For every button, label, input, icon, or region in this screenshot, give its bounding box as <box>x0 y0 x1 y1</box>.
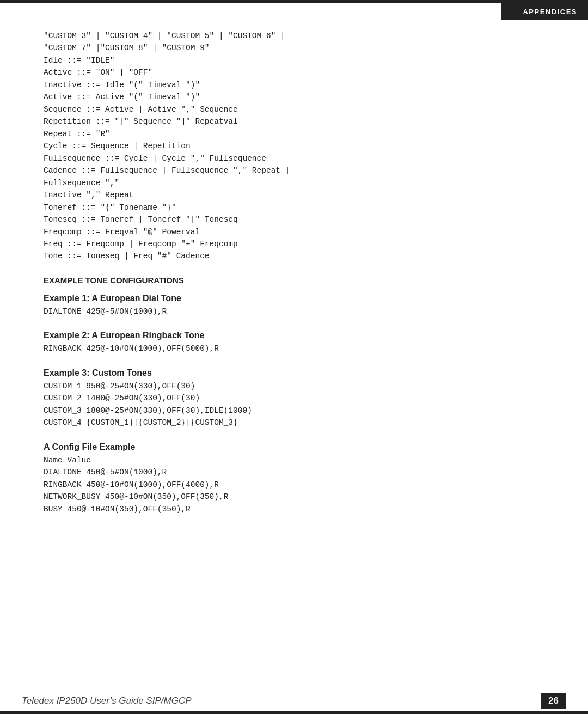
example3-heading: Example 3: Custom Tones <box>44 368 544 378</box>
code-line-18: Freq ::= Freqcomp | Freqcomp "+" Freqcom… <box>44 238 544 250</box>
section-label: APPENDICES <box>523 8 577 16</box>
example3-line-1: CUSTOM_1 950@-25#ON(330),OFF(30) <box>44 380 544 392</box>
example1-code: DIALTONE 425@-5#ON(1000),R <box>44 306 544 318</box>
footer-title: Teledex IP250D User’s Guide SIP/MGCP <box>22 695 192 706</box>
example-tone-configurations-heading: EXAMPLE TONE CONFIGURATIONS <box>44 276 544 285</box>
page-number: 26 <box>541 693 566 709</box>
example1-heading: Example 1: A European Dial Tone <box>44 294 544 303</box>
code-line-4: Active ::= "ON" | "OFF" <box>44 66 544 78</box>
example2-code: RINGBACK 425@-10#ON(1000),OFF(5000),R <box>44 343 544 355</box>
code-line-11: Fullsequence ::= Cycle | Cycle "," Fulls… <box>44 152 544 164</box>
config-line-2: DIALTONE 450@-5#ON(1000),R <box>44 466 544 478</box>
top-border <box>0 0 588 3</box>
code-line-13: Fullsequence "," <box>44 177 544 189</box>
code-line-6: Active ::= Active "(" Timeval ")" <box>44 91 544 103</box>
config-file-heading: A Config File Example <box>44 442 544 452</box>
config-file-code: Name Value DIALTONE 450@-5#ON(1000),R RI… <box>44 454 544 515</box>
main-content: "CUSTOM_3" | "CUSTOM_4" | "CUSTOM_5" | "… <box>44 30 544 681</box>
code-line-8: Repetition ::= "[" Sequence "]" Repeatva… <box>44 115 544 127</box>
example1-code-line: DIALTONE 425@-5#ON(1000),R <box>44 306 544 318</box>
code-line-15: Toneref ::= "{" Tonename "}" <box>44 202 544 213</box>
code-line-19: Tone ::= Toneseq | Freq "#" Cadence <box>44 250 544 262</box>
code-line-16: Toneseq ::= Toneref | Toneref "|" Tonese… <box>44 213 544 225</box>
config-line-4: NETWORK_BUSY 450@-10#ON(350),OFF(350),R <box>44 491 544 503</box>
config-line-3: RINGBACK 450@-10#ON(1000),OFF(4000),R <box>44 479 544 491</box>
code-line-14: Inactive "," Repeat <box>44 189 544 201</box>
code-line-1: "CUSTOM_3" | "CUSTOM_4" | "CUSTOM_5" | "… <box>44 30 544 42</box>
example3-line-2: CUSTOM_2 1400@-25#ON(330),OFF(30) <box>44 392 544 404</box>
config-line-1: Name Value <box>44 454 544 466</box>
example2-code-line: RINGBACK 425@-10#ON(1000),OFF(5000),R <box>44 343 544 355</box>
example3-line-4: CUSTOM_4 {CUSTOM_1}|{CUSTOM_2}|{CUSTOM_3… <box>44 417 544 429</box>
code-block-top: "CUSTOM_3" | "CUSTOM_4" | "CUSTOM_5" | "… <box>44 30 544 263</box>
example3-line-3: CUSTOM_3 1800@-25#ON(330),OFF(30),IDLE(1… <box>44 405 544 417</box>
config-file-block: A Config File Example Name Value DIALTON… <box>44 442 544 515</box>
code-line-3: Idle ::= "IDLE" <box>44 54 544 66</box>
code-line-7: Sequence ::= Active | Active "," Sequenc… <box>44 103 544 115</box>
example3-block: Example 3: Custom Tones CUSTOM_1 950@-25… <box>44 368 544 429</box>
code-line-2: "CUSTOM_7" |"CUSTOM_8" | "CUSTOM_9" <box>44 42 544 54</box>
code-line-17: Freqcomp ::= Freqval "@" Powerval <box>44 226 544 238</box>
example3-code: CUSTOM_1 950@-25#ON(330),OFF(30) CUSTOM_… <box>44 380 544 429</box>
code-line-10: Cycle ::= Sequence | Repetition <box>44 140 544 152</box>
code-line-12: Cadence ::= Fullsequence | Fullsequence … <box>44 164 544 176</box>
bottom-border <box>0 711 588 714</box>
header-bar: APPENDICES <box>501 3 588 20</box>
config-line-5: BUSY 450@-10#ON(350),OFF(350),R <box>44 503 544 515</box>
footer: Teledex IP250D User’s Guide SIP/MGCP 26 <box>0 693 588 709</box>
code-line-5: Inactive ::= Idle "(" Timeval ")" <box>44 79 544 91</box>
code-line-9: Repeat ::= "R" <box>44 128 544 140</box>
example1-block: Example 1: A European Dial Tone DIALTONE… <box>44 294 544 318</box>
example2-heading: Example 2: A European Ringback Tone <box>44 331 544 340</box>
example2-block: Example 2: A European Ringback Tone RING… <box>44 331 544 355</box>
